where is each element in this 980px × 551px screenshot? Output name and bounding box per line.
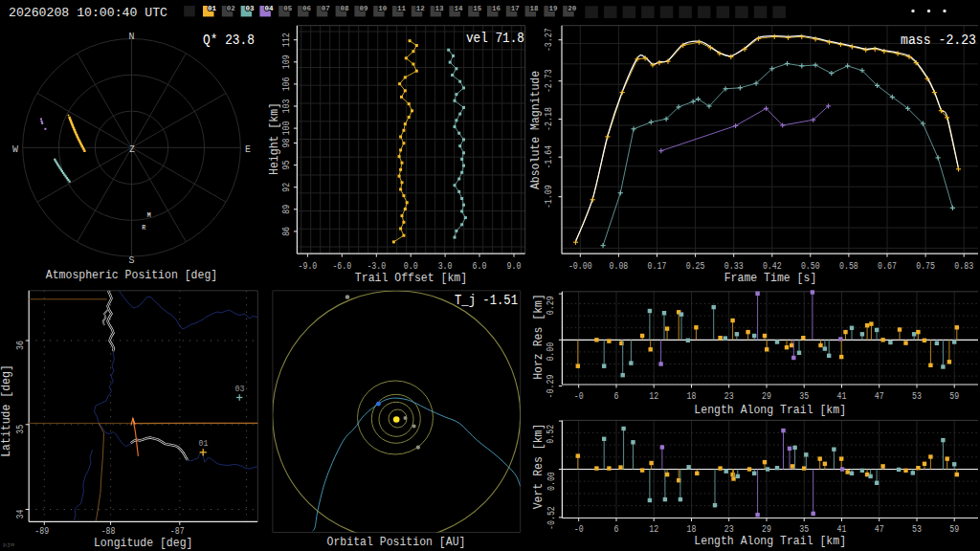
- svg-text:Z: Z: [129, 144, 135, 155]
- svg-text:0.08: 0.08: [610, 260, 629, 272]
- svg-text:18: 18: [687, 390, 697, 402]
- svg-text:Longitude [deg]: Longitude [deg]: [94, 536, 193, 550]
- svg-text:03: 03: [246, 5, 255, 12]
- svg-text:N: N: [129, 31, 135, 42]
- svg-text:T_j -1.51: T_j -1.51: [455, 293, 518, 308]
- svg-text:17: 17: [511, 5, 520, 12]
- svg-text:03: 03: [235, 385, 245, 394]
- svg-text:-89: -89: [34, 525, 49, 537]
- svg-text:01: 01: [199, 439, 209, 449]
- svg-text:-3.27: -3.27: [543, 28, 554, 52]
- svg-text:Trail Offset [km]: Trail Offset [km]: [355, 271, 467, 285]
- svg-text:6: 6: [614, 390, 619, 402]
- svg-text:0.67: 0.67: [878, 260, 897, 272]
- svg-text:47: 47: [875, 390, 884, 402]
- svg-text:Frame Time [s]: Frame Time [s]: [724, 271, 817, 285]
- svg-text:-0.52: -0.52: [546, 506, 557, 530]
- svg-text:6: 6: [614, 523, 619, 535]
- svg-text:86: 86: [280, 227, 292, 236]
- svg-text:103: 103: [280, 99, 292, 114]
- svg-text:18: 18: [530, 5, 539, 12]
- svg-text:E: E: [245, 143, 251, 155]
- svg-text:36: 36: [14, 341, 26, 350]
- svg-text:29: 29: [762, 390, 771, 402]
- svg-text:53: 53: [912, 390, 922, 402]
- svg-text:0.75: 0.75: [916, 260, 935, 272]
- svg-text:106: 106: [280, 77, 292, 91]
- svg-text:05: 05: [283, 5, 292, 12]
- svg-text:-6.0: -6.0: [332, 260, 351, 272]
- svg-text:-0: -0: [574, 523, 584, 535]
- svg-text:07: 07: [322, 5, 330, 12]
- svg-text:Length Along Trail [km]: Length Along Trail [km]: [694, 534, 846, 548]
- svg-text:15: 15: [473, 5, 481, 12]
- svg-text:0.17: 0.17: [648, 260, 667, 272]
- svg-text:-0.29: -0.29: [546, 375, 557, 399]
- svg-text:11: 11: [397, 5, 406, 12]
- svg-text:9.0: 9.0: [507, 260, 522, 272]
- svg-text:53: 53: [912, 523, 922, 535]
- svg-text:mass -2.23: mass -2.23: [901, 33, 976, 48]
- svg-text:0.52: 0.52: [546, 425, 557, 444]
- svg-text:Latitude [deg]: Latitude [deg]: [0, 364, 13, 457]
- svg-text:Height [km]: Height [km]: [267, 102, 281, 175]
- svg-text:W: W: [12, 143, 18, 155]
- svg-text:-9.0: -9.0: [299, 260, 318, 272]
- svg-text:vel 71.8: vel 71.8: [466, 31, 524, 46]
- svg-text:95: 95: [280, 161, 292, 170]
- svg-text:59: 59: [949, 390, 959, 402]
- svg-text:Orbital Position [AU]: Orbital Position [AU]: [327, 535, 466, 549]
- svg-text:109: 109: [280, 55, 292, 69]
- svg-text:04: 04: [264, 5, 273, 12]
- svg-text:35: 35: [14, 425, 26, 434]
- svg-text:0.29: 0.29: [546, 296, 557, 315]
- svg-text:41: 41: [837, 390, 847, 402]
- svg-text:0.00: 0.00: [546, 342, 557, 362]
- svg-text:12: 12: [649, 523, 658, 535]
- svg-text:47: 47: [875, 523, 884, 535]
- svg-text:12: 12: [649, 390, 658, 402]
- svg-text:-0.00: -0.00: [568, 260, 592, 272]
- svg-text:pjm: pjm: [3, 541, 15, 548]
- svg-text:13: 13: [435, 5, 444, 12]
- svg-text:23: 23: [724, 390, 734, 402]
- svg-text:98: 98: [280, 139, 292, 148]
- svg-text:08: 08: [341, 5, 349, 12]
- svg-text:Atmospheric Position [deg]: Atmospheric Position [deg]: [46, 268, 217, 282]
- svg-text:-2.73: -2.73: [543, 69, 554, 93]
- svg-text:06: 06: [302, 5, 311, 12]
- svg-text:0.58: 0.58: [839, 260, 858, 272]
- svg-text:Absolute Magnitude: Absolute Magnitude: [528, 71, 543, 189]
- svg-text:112: 112: [280, 33, 292, 47]
- svg-text:Vert Res [km]: Vert Res [km]: [531, 424, 546, 510]
- svg-text:59: 59: [949, 523, 959, 535]
- svg-text:0.83: 0.83: [954, 260, 973, 272]
- svg-text:89: 89: [280, 205, 292, 214]
- svg-text:0.25: 0.25: [686, 260, 705, 272]
- svg-text:Horz Res [km]: Horz Res [km]: [531, 294, 546, 380]
- svg-text:35: 35: [799, 390, 809, 402]
- svg-text:-1.09: -1.09: [543, 185, 554, 209]
- svg-text:02: 02: [227, 5, 235, 12]
- svg-text:92: 92: [280, 183, 292, 192]
- svg-text:Length Along Trail [km]: Length Along Trail [km]: [694, 403, 846, 417]
- svg-text:-2.18: -2.18: [543, 107, 554, 131]
- svg-text:6.0: 6.0: [473, 260, 487, 272]
- svg-text:01: 01: [208, 5, 216, 12]
- svg-text:19: 19: [548, 5, 557, 12]
- svg-text:100: 100: [280, 121, 292, 136]
- svg-text:Q* 23.8: Q* 23.8: [203, 33, 255, 48]
- svg-text:S: S: [129, 254, 135, 266]
- svg-text:20: 20: [568, 5, 576, 12]
- svg-text:10: 10: [378, 5, 387, 12]
- svg-text:R: R: [142, 225, 145, 231]
- svg-text:16: 16: [492, 5, 501, 12]
- svg-text:20260208 10:00:40 UTC: 20260208 10:00:40 UTC: [9, 6, 167, 20]
- svg-text:34: 34: [14, 510, 26, 519]
- svg-text:14: 14: [454, 5, 462, 12]
- svg-text:-1.64: -1.64: [543, 145, 554, 169]
- svg-text:M: M: [147, 212, 151, 219]
- svg-text:12: 12: [416, 5, 425, 12]
- svg-text:0.00: 0.00: [546, 472, 557, 491]
- svg-text:09: 09: [359, 5, 368, 12]
